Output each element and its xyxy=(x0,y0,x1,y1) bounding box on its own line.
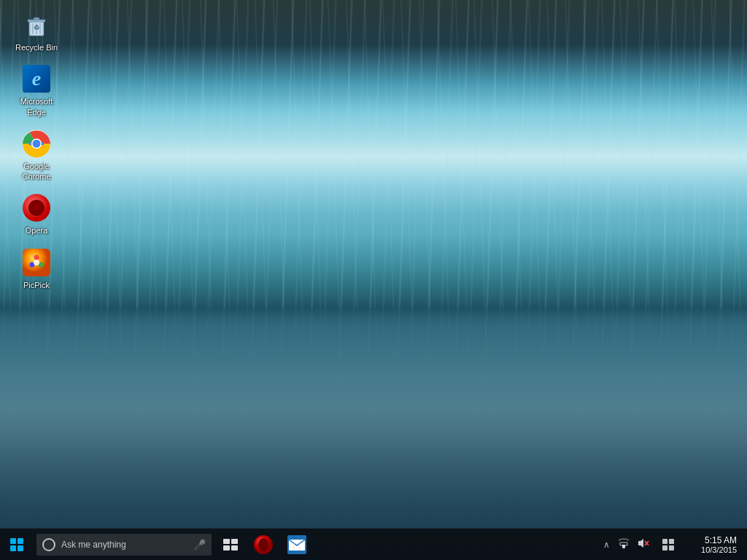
task-view-icon xyxy=(223,539,238,551)
svg-point-13 xyxy=(34,254,39,260)
svg-point-18 xyxy=(258,538,268,551)
opera-image xyxy=(22,193,51,222)
system-tray: ∧ xyxy=(600,529,747,561)
google-chrome-icon[interactable]: Google Chrome xyxy=(7,125,66,187)
wallpaper xyxy=(0,0,747,560)
volume-icon[interactable] xyxy=(635,536,652,553)
show-hidden-icons-button[interactable]: ∧ xyxy=(600,540,613,550)
chrome-label: Google Chrome xyxy=(10,161,63,182)
taskbar-mail-app[interactable] xyxy=(280,529,314,561)
cortana-circle-icon xyxy=(42,538,55,551)
svg-text:♻: ♻ xyxy=(34,24,39,31)
clock-time: 5:15 AM xyxy=(705,535,737,545)
clock[interactable]: 5:15 AM 10/3/2015 xyxy=(684,535,743,554)
recycle-bin-icon[interactable]: ♻ Recycle Bin xyxy=(7,6,66,57)
opera-label: Opera xyxy=(26,225,48,236)
start-button[interactable] xyxy=(0,529,34,561)
desktop-icons: ♻ Recycle Bin Microsoft Edge xyxy=(0,0,73,560)
opera-icon[interactable]: Opera xyxy=(7,189,66,240)
microsoft-edge-icon[interactable]: Microsoft Edge xyxy=(7,60,66,122)
edge-icon-visual xyxy=(23,65,50,93)
clock-date: 10/3/2015 xyxy=(701,545,737,554)
recycle-bin-label: Recycle Bin xyxy=(15,42,58,52)
recycle-bin-image: ♻ xyxy=(22,10,51,39)
microphone-icon: 🎤 xyxy=(193,539,206,551)
taskbar: Ask me anything 🎤 xyxy=(0,528,747,560)
svg-point-11 xyxy=(33,139,41,147)
svg-rect-27 xyxy=(662,539,667,544)
search-placeholder-text: Ask me anything xyxy=(61,540,190,550)
network-icon[interactable] xyxy=(616,536,632,553)
desktop: ♻ Recycle Bin Microsoft Edge xyxy=(0,0,747,560)
picpick-label: PicPick xyxy=(23,280,50,290)
svg-rect-24 xyxy=(620,542,627,545)
taskbar-opera-app[interactable] xyxy=(247,529,280,561)
pinned-apps xyxy=(247,529,600,561)
picpick-image xyxy=(22,248,51,277)
opera-icon-visual xyxy=(23,194,50,222)
windows-logo xyxy=(10,538,23,551)
svg-rect-30 xyxy=(669,545,674,551)
search-bar[interactable]: Ask me anything 🎤 xyxy=(36,534,212,556)
svg-rect-28 xyxy=(669,539,674,544)
action-center-button[interactable] xyxy=(655,529,681,561)
task-view-button[interactable] xyxy=(214,529,247,561)
svg-point-16 xyxy=(34,260,39,265)
chrome-image xyxy=(22,129,51,158)
edge-label: Microsoft Edge xyxy=(10,96,63,117)
svg-rect-29 xyxy=(662,545,667,551)
edge-image xyxy=(22,64,51,93)
svg-rect-5 xyxy=(28,20,45,22)
svg-rect-6 xyxy=(34,18,39,20)
picpick-icon[interactable]: PicPick xyxy=(7,244,66,295)
